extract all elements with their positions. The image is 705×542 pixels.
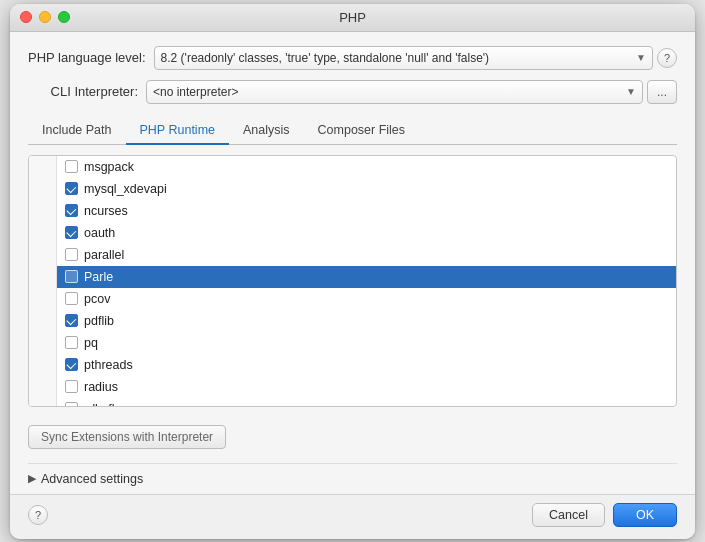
close-button[interactable] — [20, 11, 32, 23]
cli-label: CLI Interpreter: — [28, 84, 138, 99]
extension-name: ncurses — [84, 204, 128, 218]
window-controls — [20, 11, 70, 23]
cancel-button[interactable]: Cancel — [532, 503, 605, 527]
extension-checkbox[interactable] — [65, 270, 78, 283]
extension-name: parallel — [84, 248, 124, 262]
php-level-dropdown[interactable]: 8.2 ('readonly' classes, 'true' type, st… — [154, 46, 653, 70]
list-item[interactable]: pthreads — [57, 354, 676, 376]
extension-checkbox[interactable] — [65, 204, 78, 217]
extension-checkbox[interactable] — [65, 358, 78, 371]
extension-name: rdkafka — [84, 402, 125, 406]
extension-checkbox[interactable] — [65, 380, 78, 393]
extension-name: pthreads — [84, 358, 133, 372]
dialog-content: PHP language level: 8.2 ('readonly' clas… — [10, 32, 695, 494]
cli-value: <no interpreter> — [153, 85, 622, 99]
cli-browse-button[interactable]: ... — [647, 80, 677, 104]
ok-button[interactable]: OK — [613, 503, 677, 527]
extension-name: pcov — [84, 292, 110, 306]
list-items-column: msgpackmysql_xdevapincursesoauthparallel… — [57, 156, 676, 406]
footer-buttons: Cancel OK — [532, 503, 677, 527]
cli-arrow-icon: ▼ — [626, 86, 636, 97]
php-level-label: PHP language level: — [28, 50, 146, 65]
list-item[interactable]: mysql_xdevapi — [57, 178, 676, 200]
extension-name: pq — [84, 336, 98, 350]
list-item[interactable]: pcov — [57, 288, 676, 310]
list-item[interactable]: msgpack — [57, 156, 676, 178]
extensions-list-container: msgpackmysql_xdevapincursesoauthparallel… — [28, 155, 677, 407]
dialog-title: PHP — [339, 10, 366, 25]
advanced-settings-section[interactable]: ▶ Advanced settings — [28, 463, 677, 494]
extension-checkbox[interactable] — [65, 160, 78, 173]
list-sidebar — [29, 156, 57, 406]
extension-name: Parle — [84, 270, 113, 284]
extension-name: oauth — [84, 226, 115, 240]
advanced-settings-label: Advanced settings — [41, 472, 143, 486]
list-scroll-area[interactable]: msgpackmysql_xdevapincursesoauthparallel… — [57, 156, 676, 406]
tab-composer-files[interactable]: Composer Files — [304, 118, 420, 145]
advanced-chevron-icon: ▶ — [28, 472, 36, 485]
tab-analysis[interactable]: Analysis — [229, 118, 304, 145]
title-bar: PHP — [10, 4, 695, 32]
php-dialog: PHP PHP language level: 8.2 ('readonly' … — [10, 4, 695, 539]
cli-interpreter-row: CLI Interpreter: <no interpreter> ▼ ... — [28, 80, 677, 104]
extension-name: radius — [84, 380, 118, 394]
sync-extensions-button[interactable]: Sync Extensions with Interpreter — [28, 425, 226, 449]
list-item[interactable]: pdflib — [57, 310, 676, 332]
list-item[interactable]: rdkafka — [57, 398, 676, 406]
php-level-help-button[interactable]: ? — [657, 48, 677, 68]
minimize-button[interactable] — [39, 11, 51, 23]
list-item[interactable]: ncurses — [57, 200, 676, 222]
tab-php-runtime[interactable]: PHP Runtime — [126, 118, 230, 145]
extension-checkbox[interactable] — [65, 292, 78, 305]
list-item[interactable]: parallel — [57, 244, 676, 266]
extension-checkbox[interactable] — [65, 314, 78, 327]
php-level-value: 8.2 ('readonly' classes, 'true' type, st… — [161, 51, 633, 65]
list-item[interactable]: Parle — [57, 266, 676, 288]
php-level-dropdown-container: 8.2 ('readonly' classes, 'true' type, st… — [154, 46, 677, 70]
php-level-row: PHP language level: 8.2 ('readonly' clas… — [28, 46, 677, 70]
extension-checkbox[interactable] — [65, 182, 78, 195]
list-inner: msgpackmysql_xdevapincursesoauthparallel… — [29, 156, 676, 406]
extension-name: pdflib — [84, 314, 114, 328]
extension-checkbox[interactable] — [65, 248, 78, 261]
list-item[interactable]: oauth — [57, 222, 676, 244]
list-item[interactable]: radius — [57, 376, 676, 398]
php-level-arrow-icon: ▼ — [636, 52, 646, 63]
tab-include-path[interactable]: Include Path — [28, 118, 126, 145]
list-item[interactable]: pq — [57, 332, 676, 354]
cli-dropdown-container: <no interpreter> ▼ ... — [146, 80, 677, 104]
extension-checkbox[interactable] — [65, 226, 78, 239]
dialog-footer: ? Cancel OK — [10, 494, 695, 539]
extension-checkbox[interactable] — [65, 336, 78, 349]
extension-name: msgpack — [84, 160, 134, 174]
maximize-button[interactable] — [58, 11, 70, 23]
footer-help: ? — [28, 505, 48, 525]
cli-dropdown[interactable]: <no interpreter> ▼ — [146, 80, 643, 104]
extension-checkbox[interactable] — [65, 402, 78, 406]
extension-name: mysql_xdevapi — [84, 182, 167, 196]
footer-help-button[interactable]: ? — [28, 505, 48, 525]
tab-bar: Include Path PHP Runtime Analysis Compos… — [28, 118, 677, 145]
